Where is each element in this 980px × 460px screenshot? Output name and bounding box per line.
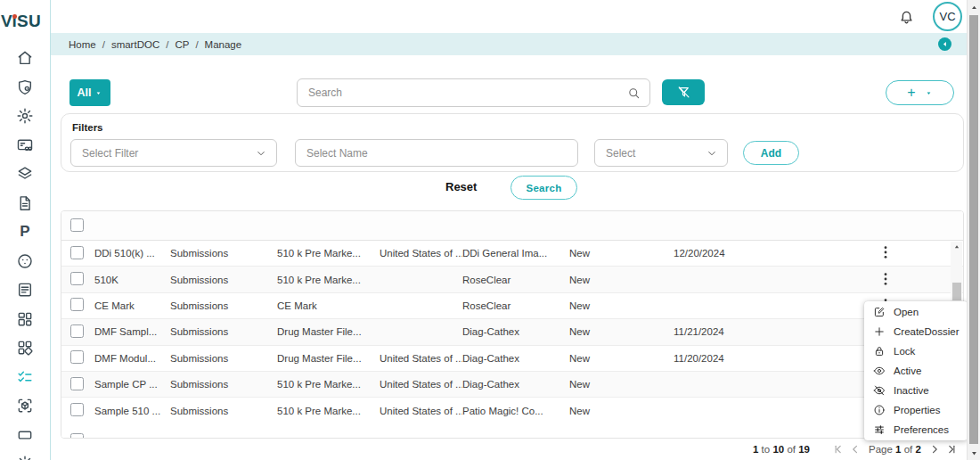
caret-down-icon: [925, 89, 933, 97]
scroll-down-icon[interactable]: [970, 449, 978, 457]
clear-filter-button[interactable]: [662, 79, 705, 105]
row-checkbox[interactable]: [70, 377, 84, 390]
row-checkbox[interactable]: [70, 403, 84, 416]
table-row[interactable]: DMF Modul... Submissions Drug Master Fil…: [61, 346, 963, 372]
table-row[interactable]: Sample CP ... Submissions 510 k Pre Mark…: [61, 372, 963, 398]
sidebar-item[interactable]: P: [0, 218, 50, 247]
scroll-up-icon[interactable]: [970, 4, 978, 12]
cell-product: Diag-Cathex: [462, 379, 569, 390]
add-dropdown-button[interactable]: +: [886, 80, 954, 105]
breadcrumb-bar: / Home / smartDOC / CP / Manage: [51, 33, 967, 55]
context-menu-item[interactable]: Properties: [864, 400, 968, 420]
table-row[interactable]: DDi 510(k) ... Submissions 510 k Pre Mar…: [61, 241, 963, 267]
sidebar-item[interactable]: [0, 73, 50, 103]
chevron-right-icon: [927, 442, 942, 456]
filters-title: Filters: [72, 122, 103, 133]
prev-page-button[interactable]: [847, 441, 863, 457]
eye-icon: [873, 365, 886, 377]
sidebar-item[interactable]: [0, 160, 50, 189]
sticker-face-icon: [16, 252, 34, 270]
scroll-up-icon[interactable]: [953, 243, 960, 251]
filter-name-box: [295, 139, 578, 167]
sidebar-item[interactable]: [0, 391, 50, 421]
cell-plan-name: Sample 510 ...: [94, 406, 170, 416]
row-checkbox[interactable]: [70, 350, 84, 364]
search-input[interactable]: [308, 86, 627, 99]
context-menu-item[interactable]: Preferences: [864, 420, 968, 439]
context-menu-label: CreateDossier: [894, 326, 960, 337]
collapse-panel-button[interactable]: [938, 37, 951, 51]
context-menu-label: Properties: [894, 405, 940, 415]
row-actions-button[interactable]: [877, 243, 894, 261]
sidebar-item[interactable]: [0, 305, 50, 334]
context-menu-item[interactable]: CreateDossier: [864, 322, 968, 341]
row-actions-button[interactable]: [877, 270, 894, 288]
plus-label: +: [907, 85, 915, 101]
sidebar-item[interactable]: [0, 131, 50, 160]
apply-search-button[interactable]: Search: [510, 176, 577, 200]
row-checkbox[interactable]: [70, 298, 84, 311]
rectangle-icon: [16, 426, 34, 444]
row-checkbox[interactable]: [70, 272, 84, 285]
open-icon: [873, 306, 886, 318]
filter-type-select[interactable]: Select Filter: [70, 139, 277, 167]
add-filter-button[interactable]: Add: [743, 141, 799, 165]
breadcrumb-link[interactable]: smartDOC: [111, 39, 159, 50]
sidebar-item[interactable]: [0, 449, 50, 460]
context-menu-item[interactable]: Open: [864, 302, 968, 322]
row-checkbox[interactable]: [70, 324, 84, 338]
breadcrumb-link[interactable]: Home: [69, 39, 96, 50]
plans-table: DDi 510(k) ... Submissions 510 k Pre Mar…: [61, 210, 964, 439]
brand-logo[interactable]: ViSU: [1, 12, 41, 31]
notifications-button[interactable]: [898, 8, 915, 27]
breadcrumb-link[interactable]: Manage: [205, 39, 242, 50]
select-all-checkbox[interactable]: [70, 218, 84, 232]
window-scrollbar[interactable]: [967, 0, 980, 460]
table-row[interactable]: DMF Sampl... Submissions Drug Master Fil…: [61, 319, 963, 345]
sidebar-item[interactable]: [0, 421, 50, 450]
breadcrumb-link[interactable]: CP: [175, 39, 189, 50]
table-scrollbar-thumb[interactable]: [952, 283, 961, 300]
row-checkbox[interactable]: [70, 433, 84, 438]
cell-application-type: 510 k Pre Marke...: [277, 275, 380, 285]
sidebar-item[interactable]: [0, 247, 50, 276]
context-menu-item[interactable]: Active: [864, 361, 968, 381]
window-scrollbar-thumb[interactable]: [969, 15, 978, 444]
sidebar-item[interactable]: [0, 189, 50, 218]
cell-plan-name: 510K: [94, 275, 170, 285]
settings-gear-icon: [16, 107, 34, 125]
filter-name-input[interactable]: [306, 147, 568, 160]
user-avatar[interactable]: VC: [933, 2, 962, 31]
cell-application-type: Drug Master File...: [277, 326, 380, 337]
table-row[interactable]: Sample 510 ... Submissions 510 k Pre Mar…: [61, 398, 963, 423]
cell-product: Diag-Cathex: [462, 353, 569, 364]
context-menu-item[interactable]: Inactive: [864, 381, 968, 400]
cell-product: RoseClear: [462, 300, 569, 311]
search-icon[interactable]: [627, 86, 641, 100]
context-menu-label: Open: [894, 307, 919, 317]
pagination: 1 to 10 of 19 Page 1 of 2: [753, 439, 959, 460]
scope-dropdown-button[interactable]: All: [69, 79, 110, 106]
sidebar-item[interactable]: [0, 102, 50, 131]
cell-application-type: CE Mark: [277, 300, 380, 311]
sidebar-item[interactable]: [0, 363, 50, 392]
reset-button[interactable]: Reset: [445, 180, 477, 193]
sidebar-item[interactable]: [0, 275, 50, 305]
cell-category: Submissions: [170, 406, 277, 416]
sidebar-item[interactable]: [0, 44, 50, 73]
card-link-icon: [16, 136, 34, 154]
context-menu-label: Inactive: [894, 385, 929, 396]
table-row[interactable]: CE Mark Submissions CE Mark RoseClear Ne…: [61, 293, 963, 319]
last-page-button[interactable]: [943, 441, 959, 457]
cell-country: United States of ...: [380, 379, 462, 390]
table-row[interactable]: 510K Submissions 510 k Pre Marke... Rose…: [61, 267, 963, 292]
row-checkbox[interactable]: [70, 246, 84, 259]
sidebar-item[interactable]: [0, 333, 50, 363]
next-page-button[interactable]: [927, 441, 943, 457]
first-page-button[interactable]: [831, 441, 847, 457]
chevron-down-icon: [255, 147, 267, 160]
document-icon: [16, 194, 34, 212]
letter-p-icon: P: [16, 223, 34, 241]
context-menu-item[interactable]: Lock: [864, 341, 968, 361]
filter-value-select[interactable]: Select: [594, 139, 728, 167]
